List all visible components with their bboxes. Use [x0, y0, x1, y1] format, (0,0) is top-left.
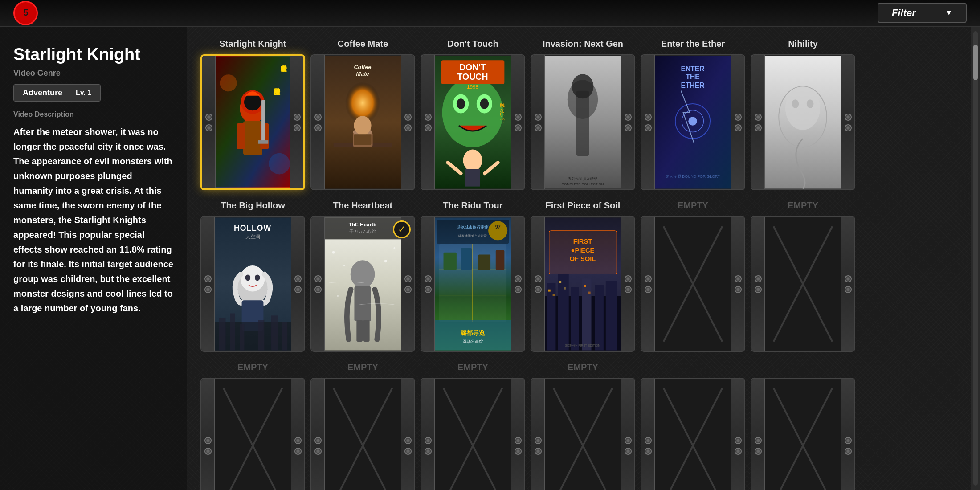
col-title-bighollow: The Big Hollow: [220, 197, 285, 213]
grid-col-firstpiece: First Piece of Soil: [531, 197, 635, 352]
vhs-card-invasion[interactable]: 系列作品 員友特想 COMPLETE COLLECTION: [531, 54, 635, 190]
vhs-spine-left-bh: [201, 217, 215, 351]
svg-point-27: [457, 98, 466, 109]
vhs-card-e5[interactable]: [421, 378, 525, 490]
svg-text:SD制作 • FIRST EDITION: SD制作 • FIRST EDITION: [565, 344, 600, 347]
vhs-spool-tr: [294, 114, 301, 121]
vhs-card-firstpiece[interactable]: FIRST ●PIECE OF SOIL SD制作 • FIRST EDITIO…: [531, 216, 635, 352]
vhs-card-donttouch[interactable]: DON'T TOUCH 1998 触らないで: [421, 54, 525, 190]
svg-rect-99: [437, 220, 509, 244]
vhs-spine-right-bh: [291, 217, 304, 351]
cover-coffee: Coffee Mate: [325, 55, 401, 189]
vhs-spine-right-fp: [621, 217, 634, 351]
svg-point-19: [354, 116, 371, 135]
vhs-card-coffee[interactable]: Coffee Mate: [310, 54, 415, 190]
vhs-spool-tl: [205, 114, 212, 121]
vhs-spine-left-coffee: [311, 55, 325, 189]
vhs-spine-left-e2: [751, 217, 765, 351]
svg-text:ThE Heartb: ThE Heartb: [349, 221, 377, 227]
col-title-nihility: Nihility: [788, 36, 818, 52]
grid-col-ridu: The Ridu Tour: [421, 197, 525, 352]
svg-point-54: [785, 86, 820, 130]
vhs-card-e4[interactable]: [310, 378, 415, 490]
grid-col-heartbeat: The Heartbeat ✓: [310, 197, 415, 352]
svg-rect-130: [325, 379, 401, 490]
svg-text:5: 5: [23, 8, 28, 17]
col-title-heartbeat: The Heartbeat: [333, 197, 392, 213]
vhs-card-nihility[interactable]: [751, 54, 855, 190]
svg-rect-95: [496, 250, 505, 270]
svg-rect-78: [356, 320, 363, 342]
svg-rect-66: [219, 318, 226, 350]
svg-rect-107: [582, 278, 591, 350]
svg-point-28: [480, 98, 489, 109]
col-title-ridu: The Ridu Tour: [443, 197, 502, 213]
vhs-card-bighollow[interactable]: HOLLOW 大空洞: [200, 216, 305, 352]
vhs-spine-left: [202, 56, 216, 188]
right-wrapper: Starlight Knight: [187, 27, 980, 490]
svg-rect-70: [271, 315, 278, 350]
vhs-card-starlight[interactable]: 星徽騎士: [200, 54, 305, 190]
cover-donttouch: DON'T TOUCH 1998 触らないで: [435, 55, 511, 189]
svg-text:千ガカム心跳: 千ガカム心跳: [349, 229, 376, 234]
vhs-card-empty1[interactable]: [641, 216, 745, 352]
svg-rect-114: [584, 285, 586, 287]
scrollbar-handle[interactable]: [973, 45, 978, 80]
svg-text:FIRST: FIRST: [573, 238, 592, 245]
svg-rect-105: [558, 274, 568, 351]
filter-button[interactable]: Filter ▼: [878, 3, 967, 23]
col-title-invasion: Invasion: Next Gen: [543, 36, 623, 52]
col-title-e4: EMPTY: [347, 359, 378, 375]
grid-col-starlight: Starlight Knight: [200, 36, 305, 190]
cover-empty1: [655, 217, 731, 351]
svg-point-82: [384, 260, 387, 262]
svg-rect-67: [230, 313, 235, 350]
grid-col-empty2: EMPTY: [751, 197, 855, 352]
svg-point-13: [269, 153, 290, 175]
svg-text:COMPLETE COLLECTION: COMPLETE COLLECTION: [562, 182, 604, 186]
svg-rect-93: [461, 248, 472, 270]
vhs-card-e8[interactable]: [751, 378, 855, 490]
svg-text:瀑汤谷画馆: 瀑汤谷画馆: [463, 339, 483, 344]
description-text: After the meteor shower, it was no longe…: [13, 125, 173, 316]
svg-point-63: [255, 274, 260, 281]
scrollbar[interactable]: [971, 27, 980, 490]
vhs-card-heartbeat[interactable]: ✓: [310, 216, 415, 352]
vhs-card-e3[interactable]: [200, 378, 305, 490]
svg-point-84: [337, 295, 339, 297]
grid-col-empty1: EMPTY: [641, 197, 745, 352]
grid-col-invasion: Invasion: Next Gen: [531, 36, 635, 190]
cover-empty2: [765, 217, 841, 351]
vhs-card-ether[interactable]: ENTER THE ETHER 虎大怪盟 BOUND FOR GLORY: [641, 54, 745, 190]
vhs-card-e6[interactable]: [531, 378, 635, 490]
svg-rect-111: [553, 294, 555, 296]
vhs-card-empty2[interactable]: [751, 216, 855, 352]
vhs-spine-left-inv: [531, 55, 545, 189]
svg-text:TOUCH: TOUCH: [457, 72, 488, 82]
svg-text:HOLLOW: HOLLOW: [234, 224, 271, 233]
svg-text:THE: THE: [686, 73, 699, 81]
svg-rect-10: [261, 100, 265, 142]
svg-text:OF SOIL: OF SOIL: [570, 255, 596, 262]
vhs-card-e7[interactable]: [641, 378, 745, 490]
svg-rect-92: [444, 253, 457, 270]
vhs-spine-right-coffee: [401, 55, 414, 189]
starlight-art: 星徽騎士: [216, 56, 290, 188]
svg-rect-133: [435, 379, 511, 490]
grid-col-e5: EMPTY: [421, 359, 525, 490]
description-label: Video Description: [13, 110, 173, 118]
svg-point-76: [351, 260, 375, 288]
svg-text:ETHER: ETHER: [681, 82, 705, 89]
cover-ether: ENTER THE ETHER 虎大怪盟 BOUND FOR GLORY: [655, 55, 731, 189]
scrollbar-track: [973, 31, 978, 486]
svg-point-41: [572, 74, 594, 99]
grid-row-2: The Big Hollow: [200, 197, 962, 352]
vhs-spine-right-inv: [621, 55, 634, 189]
svg-rect-106: [571, 287, 579, 351]
logo[interactable]: 5: [13, 1, 38, 25]
vhs-spool-br: [294, 124, 301, 131]
vhs-card-ridu[interactable]: 97: [421, 216, 525, 352]
vhs-spine-right-e2: [841, 217, 854, 351]
grid-col-nihility: Nihility: [751, 36, 855, 190]
svg-text:●PIECE: ●PIECE: [571, 247, 595, 254]
